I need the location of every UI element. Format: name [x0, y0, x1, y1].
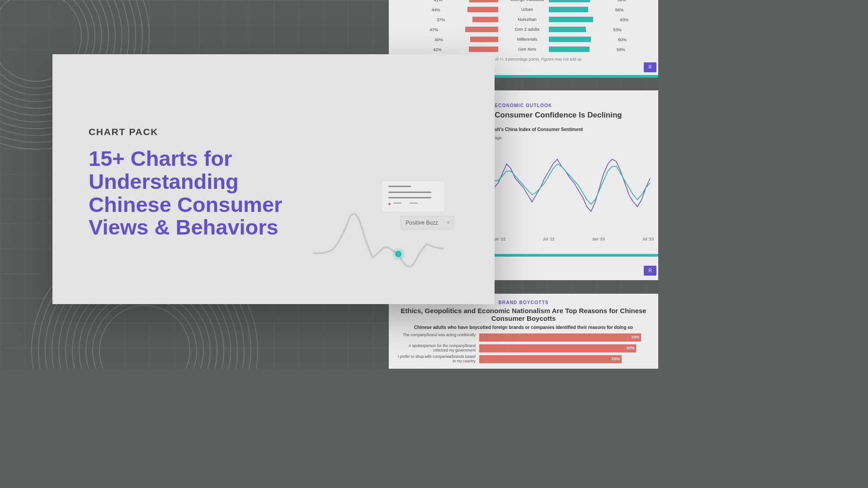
wave-line-icon: [311, 199, 447, 276]
boycott-reason-bar: The company/brand was acting unethically…: [479, 333, 654, 343]
diverging-bar-row: 47%Gen Z adults53%: [392, 25, 655, 34]
boycott-reason-bar: A spokesperson for the company/brand cri…: [479, 344, 654, 353]
diverging-bar-row: 44%Urban56%: [392, 5, 655, 14]
diverging-bar-row: 42%Gen Xers58%: [392, 45, 655, 54]
pulse-dot-icon: [395, 251, 401, 257]
hero-card: CHART PACK 15+ Charts for Understanding …: [52, 54, 495, 304]
panel2-cta-button[interactable]: R: [644, 266, 656, 276]
diverging-bar-row: 41%College-educated59%: [392, 0, 655, 5]
diverging-bar-row: 37%Nonurban63%: [392, 15, 655, 24]
section-title: Ethics, Geopolitics and Economic Nationa…: [389, 305, 658, 322]
boycott-reason-bar: I prefer to shop with companies/brands b…: [479, 355, 654, 364]
illustration: Positive Buzz: [311, 172, 470, 289]
panel1-cta-button[interactable]: R: [644, 62, 656, 72]
chart-subtitle: Chinese adults who have boycotted foreig…: [389, 322, 658, 330]
hero-title: 15+ Charts for Understanding Chinese Con…: [89, 147, 297, 239]
diverging-bar-row: 40%Millennials60%: [392, 35, 655, 44]
panel-brand-boycotts: BRAND BOYCOTTS Ethics, Geopolitics and E…: [389, 294, 658, 369]
eyebrow: CHART PACK: [89, 127, 458, 137]
